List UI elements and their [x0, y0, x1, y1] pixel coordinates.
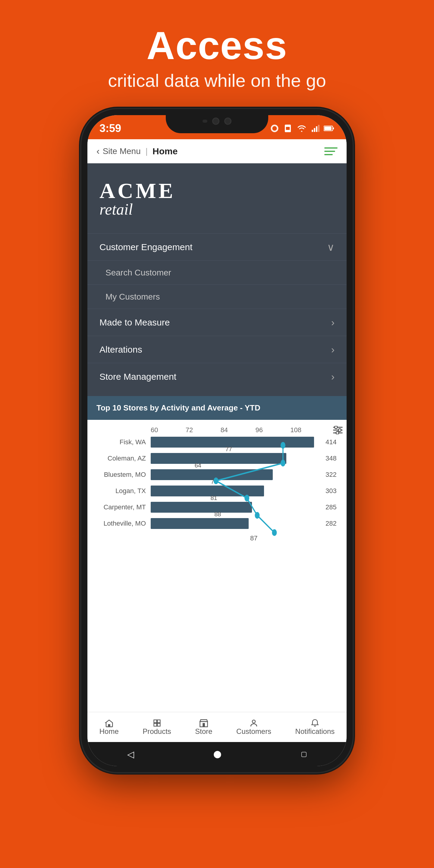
android-back-button[interactable]: ◁ — [127, 749, 134, 760]
chart-options-icon[interactable] — [332, 426, 344, 434]
phone-screen: 3:59 — [87, 115, 347, 766]
nav-item-customers[interactable]: Customers — [236, 719, 271, 736]
axis-label-60: 60 — [151, 426, 158, 434]
bar-label-bluestem: Bluestem, MO — [90, 471, 151, 478]
bar-value-coleman: 348 — [326, 455, 344, 462]
bar-value-lotheville: 282 — [326, 520, 344, 527]
page-title: Access — [108, 24, 326, 67]
dot-carpenter — [255, 512, 259, 519]
bar-annotation-coleman: 77 — [225, 446, 232, 453]
bar-container-lotheville: 88 — [151, 518, 322, 529]
nav-label-products: Products — [143, 727, 171, 736]
android-home-button[interactable]: ⬤ — [213, 750, 221, 758]
axis-label-72: 72 — [186, 426, 193, 434]
bar-label-carpenter: Carpenter, MT — [90, 503, 151, 511]
my-customers-label: My Customers — [105, 292, 160, 302]
axis-label-96: 96 — [255, 426, 262, 434]
status-app-icon — [270, 124, 279, 133]
back-chevron-icon[interactable]: ‹ — [96, 146, 100, 157]
bar-container-bluestem: 64 — [151, 469, 322, 480]
bar-annotation-carpenter: 81 — [210, 495, 217, 501]
svg-rect-17 — [108, 724, 110, 726]
svg-point-24 — [252, 720, 255, 723]
bar-fill-carpenter: 81 — [151, 502, 252, 513]
nav-label-notifications: Notifications — [296, 727, 335, 736]
menu-item-store-management[interactable]: Store Management › — [87, 363, 347, 390]
bar-fill-logan: 77 — [151, 486, 264, 496]
bar-container-carpenter: 81 — [151, 502, 322, 513]
svg-point-1 — [273, 126, 277, 131]
logo-area: ACME retail — [87, 163, 347, 233]
chevron-right-icon: › — [331, 344, 335, 355]
chevron-right-icon: › — [331, 371, 335, 382]
notch-camera-2 — [224, 118, 231, 125]
nav-item-products[interactable]: Products — [143, 719, 171, 736]
bar-container-coleman: 77 — [151, 453, 322, 464]
chevron-right-icon: › — [331, 316, 335, 328]
sub-menu-item-my-customers[interactable]: My Customers — [87, 284, 347, 309]
svg-rect-5 — [314, 128, 315, 132]
search-customer-label: Search Customer — [105, 268, 171, 278]
axis-label-108: 108 — [290, 426, 301, 434]
svg-rect-21 — [157, 723, 160, 726]
bar-label-logan: Logan, TX — [90, 487, 151, 495]
menu-item-label: Alterations — [99, 344, 142, 355]
menu-item-label: Store Management — [99, 372, 176, 382]
menu-item-label: Made to Measure — [99, 317, 170, 328]
svg-rect-19 — [157, 720, 160, 722]
bottom-annotation: 87 — [90, 534, 344, 542]
phone-frame: 3:59 — [82, 109, 352, 772]
bar-fill-coleman: 77 — [151, 453, 286, 464]
nav-item-home[interactable]: Home — [99, 719, 119, 736]
phone-notch — [166, 109, 268, 133]
nav-label-home: Home — [99, 727, 119, 736]
products-icon — [153, 719, 161, 727]
bar-value-bluestem: 322 — [326, 471, 344, 478]
bar-row-fisk: Fisk, WA 414 — [90, 437, 344, 447]
android-recents-button[interactable]: ▢ — [301, 750, 307, 758]
axis-label-84: 84 — [221, 426, 228, 434]
svg-rect-20 — [154, 723, 156, 726]
app-content: ‹ Site Menu | Home ACME retail — [87, 139, 347, 766]
menu-item-customer-engagement[interactable]: Customer Engagement ∨ — [87, 233, 347, 260]
bar-fill-lotheville: 88 — [151, 518, 249, 529]
svg-point-12 — [335, 426, 337, 429]
nav-label-customers: Customers — [236, 727, 271, 736]
bar-annotation-bluestem: 64 — [195, 462, 201, 469]
svg-rect-23 — [203, 723, 205, 727]
status-time: 3:59 — [99, 120, 121, 135]
bar-annotation-logan: 77 — [211, 478, 217, 485]
wifi-icon — [297, 124, 307, 132]
chart-body: 60 72 84 96 108 — [87, 420, 347, 548]
bar-label-fisk: Fisk, WA — [90, 438, 151, 446]
svg-point-14 — [338, 429, 341, 431]
svg-rect-6 — [316, 126, 317, 132]
chevron-down-icon: ∨ — [327, 241, 335, 253]
bar-chart-container: Fisk, WA 414 Coleman, AZ — [90, 437, 344, 542]
sub-menu-item-search-customer[interactable]: Search Customer — [87, 260, 347, 284]
status-icons — [270, 121, 335, 133]
home-icon — [104, 719, 114, 727]
menu-item-alterations[interactable]: Alterations › — [87, 336, 347, 363]
menu-section: Customer Engagement ∨ Search Customer My… — [87, 233, 347, 390]
bar-row-lotheville: Lotheville, MO 88 282 — [90, 518, 344, 529]
notch-camera — [212, 118, 219, 125]
bar-value-fisk: 414 — [326, 438, 344, 446]
bar-label-lotheville: Lotheville, MO — [90, 520, 151, 527]
hamburger-menu-icon[interactable] — [324, 147, 338, 155]
svg-rect-10 — [324, 127, 332, 130]
store-icon — [199, 719, 208, 727]
site-menu-label[interactable]: Site Menu — [103, 147, 141, 156]
nav-item-notifications[interactable]: Notifications — [296, 719, 335, 736]
nav-item-store[interactable]: Store — [195, 719, 212, 736]
bar-container-logan: 77 — [151, 486, 322, 496]
bottom-nav: Home Products — [87, 712, 347, 742]
bar-value-logan: 303 — [326, 487, 344, 495]
signal-icon — [311, 124, 319, 133]
chart-section: Top 10 Stores by Activity and Average - … — [87, 396, 347, 712]
bar-container-fisk — [151, 437, 322, 447]
menu-item-made-to-measure[interactable]: Made to Measure › — [87, 309, 347, 336]
svg-rect-4 — [312, 130, 313, 132]
svg-rect-9 — [333, 127, 334, 129]
bar-row-coleman: Coleman, AZ 77 348 — [90, 453, 344, 464]
